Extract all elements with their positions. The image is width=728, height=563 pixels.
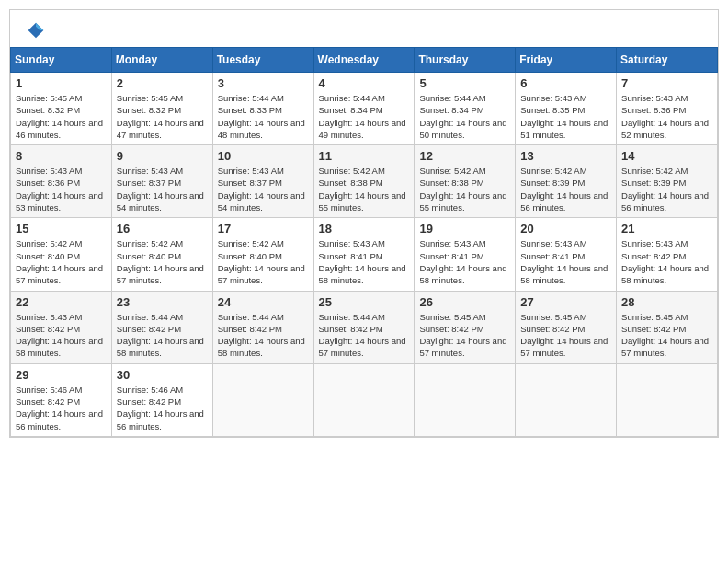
day-number: 20 (520, 222, 611, 236)
logo-icon (27, 21, 45, 40)
day-info: Sunrise: 5:43 AMSunset: 8:42 PMDaylight:… (621, 237, 712, 286)
day-info: Sunrise: 5:46 AMSunset: 8:42 PMDaylight:… (16, 384, 107, 432)
day-info: Sunrise: 5:42 AMSunset: 8:40 PMDaylight:… (16, 237, 107, 286)
week-row-2: 8Sunrise: 5:43 AMSunset: 8:36 PMDaylight… (11, 145, 718, 218)
calendar-table: SundayMondayTuesdayWednesdayThursdayFrid… (10, 47, 718, 437)
calendar-cell (415, 363, 516, 436)
day-info: Sunrise: 5:43 AMSunset: 8:37 PMDaylight:… (117, 165, 208, 213)
logo (25, 21, 45, 40)
day-number: 8 (16, 149, 107, 163)
day-number: 14 (621, 149, 712, 163)
day-info: Sunrise: 5:42 AMSunset: 8:38 PMDaylight:… (419, 165, 510, 213)
calendar-cell: 7Sunrise: 5:43 AMSunset: 8:36 PMDaylight… (617, 73, 718, 145)
day-info: Sunrise: 5:44 AMSunset: 8:34 PMDaylight:… (419, 92, 510, 141)
day-info: Sunrise: 5:43 AMSunset: 8:36 PMDaylight:… (621, 92, 712, 141)
calendar-cell: 22Sunrise: 5:43 AMSunset: 8:42 PMDayligh… (11, 291, 112, 363)
day-number: 16 (117, 222, 208, 236)
day-info: Sunrise: 5:45 AMSunset: 8:42 PMDaylight:… (621, 311, 712, 360)
col-header-monday: Monday (111, 48, 212, 73)
day-number: 13 (520, 149, 611, 163)
calendar-cell: 17Sunrise: 5:42 AMSunset: 8:40 PMDayligh… (212, 218, 313, 291)
day-info: Sunrise: 5:44 AMSunset: 8:42 PMDaylight:… (319, 311, 410, 360)
day-number: 27 (520, 295, 611, 309)
day-info: Sunrise: 5:46 AMSunset: 8:42 PMDaylight:… (117, 384, 208, 432)
calendar-cell: 13Sunrise: 5:42 AMSunset: 8:39 PMDayligh… (516, 145, 617, 218)
day-number: 5 (419, 76, 510, 90)
day-info: Sunrise: 5:43 AMSunset: 8:41 PMDaylight:… (520, 237, 611, 286)
col-header-friday: Friday (516, 48, 617, 73)
day-number: 7 (621, 76, 712, 90)
col-header-sunday: Sunday (11, 48, 112, 73)
week-row-1: 1Sunrise: 5:45 AMSunset: 8:32 PMDaylight… (11, 73, 718, 145)
day-info: Sunrise: 5:42 AMSunset: 8:39 PMDaylight:… (520, 165, 611, 213)
calendar-cell: 29Sunrise: 5:46 AMSunset: 8:42 PMDayligh… (11, 363, 112, 436)
calendar-cell: 4Sunrise: 5:44 AMSunset: 8:34 PMDaylight… (313, 73, 415, 145)
day-info: Sunrise: 5:43 AMSunset: 8:35 PMDaylight:… (520, 92, 611, 141)
day-number: 23 (117, 295, 208, 309)
day-info: Sunrise: 5:44 AMSunset: 8:34 PMDaylight:… (319, 92, 410, 141)
day-number: 11 (319, 149, 410, 163)
calendar-cell: 14Sunrise: 5:42 AMSunset: 8:39 PMDayligh… (617, 145, 718, 218)
week-row-4: 22Sunrise: 5:43 AMSunset: 8:42 PMDayligh… (11, 291, 718, 363)
calendar-cell: 2Sunrise: 5:45 AMSunset: 8:32 PMDaylight… (111, 73, 212, 145)
day-info: Sunrise: 5:43 AMSunset: 8:36 PMDaylight:… (16, 165, 107, 213)
calendar-cell: 21Sunrise: 5:43 AMSunset: 8:42 PMDayligh… (617, 218, 718, 291)
header (10, 10, 718, 47)
day-info: Sunrise: 5:45 AMSunset: 8:32 PMDaylight:… (16, 92, 107, 141)
calendar-cell: 20Sunrise: 5:43 AMSunset: 8:41 PMDayligh… (516, 218, 617, 291)
calendar-cell: 19Sunrise: 5:43 AMSunset: 8:41 PMDayligh… (415, 218, 516, 291)
calendar-cell: 1Sunrise: 5:45 AMSunset: 8:32 PMDaylight… (11, 73, 112, 145)
calendar-cell: 27Sunrise: 5:45 AMSunset: 8:42 PMDayligh… (516, 291, 617, 363)
day-number: 2 (117, 76, 208, 90)
calendar-cell: 16Sunrise: 5:42 AMSunset: 8:40 PMDayligh… (111, 218, 212, 291)
calendar-cell: 26Sunrise: 5:45 AMSunset: 8:42 PMDayligh… (415, 291, 516, 363)
day-info: Sunrise: 5:45 AMSunset: 8:32 PMDaylight:… (117, 92, 208, 141)
calendar-cell: 11Sunrise: 5:42 AMSunset: 8:38 PMDayligh… (313, 145, 415, 218)
col-header-tuesday: Tuesday (212, 48, 313, 73)
day-number: 28 (621, 295, 712, 309)
day-info: Sunrise: 5:43 AMSunset: 8:37 PMDaylight:… (218, 165, 309, 213)
day-info: Sunrise: 5:44 AMSunset: 8:33 PMDaylight:… (218, 92, 309, 141)
calendar-cell (516, 363, 617, 436)
calendar-cell: 5Sunrise: 5:44 AMSunset: 8:34 PMDaylight… (415, 73, 516, 145)
day-number: 17 (218, 222, 309, 236)
calendar-cell: 23Sunrise: 5:44 AMSunset: 8:42 PMDayligh… (111, 291, 212, 363)
day-info: Sunrise: 5:45 AMSunset: 8:42 PMDaylight:… (520, 311, 611, 360)
day-number: 6 (520, 76, 611, 90)
calendar-cell: 25Sunrise: 5:44 AMSunset: 8:42 PMDayligh… (313, 291, 415, 363)
day-info: Sunrise: 5:44 AMSunset: 8:42 PMDaylight:… (218, 311, 309, 360)
day-info: Sunrise: 5:42 AMSunset: 8:40 PMDaylight:… (117, 237, 208, 286)
day-number: 19 (419, 222, 510, 236)
calendar-cell: 24Sunrise: 5:44 AMSunset: 8:42 PMDayligh… (212, 291, 313, 363)
day-info: Sunrise: 5:43 AMSunset: 8:41 PMDaylight:… (419, 237, 510, 286)
day-number: 9 (117, 149, 208, 163)
calendar-cell: 28Sunrise: 5:45 AMSunset: 8:42 PMDayligh… (617, 291, 718, 363)
week-row-3: 15Sunrise: 5:42 AMSunset: 8:40 PMDayligh… (11, 218, 718, 291)
day-number: 4 (319, 76, 410, 90)
day-number: 3 (218, 76, 309, 90)
day-number: 18 (319, 222, 410, 236)
day-info: Sunrise: 5:42 AMSunset: 8:39 PMDaylight:… (621, 165, 712, 213)
day-number: 15 (16, 222, 107, 236)
calendar-cell: 9Sunrise: 5:43 AMSunset: 8:37 PMDaylight… (111, 145, 212, 218)
calendar-cell (313, 363, 415, 436)
col-header-thursday: Thursday (415, 48, 516, 73)
calendar-cell (617, 363, 718, 436)
calendar-cell: 30Sunrise: 5:46 AMSunset: 8:42 PMDayligh… (111, 363, 212, 436)
day-number: 1 (16, 76, 107, 90)
day-number: 22 (16, 295, 107, 309)
day-number: 10 (218, 149, 309, 163)
calendar-cell: 6Sunrise: 5:43 AMSunset: 8:35 PMDaylight… (516, 73, 617, 145)
day-number: 29 (16, 368, 107, 382)
day-info: Sunrise: 5:43 AMSunset: 8:42 PMDaylight:… (16, 311, 107, 360)
calendar-cell (212, 363, 313, 436)
day-info: Sunrise: 5:42 AMSunset: 8:38 PMDaylight:… (319, 165, 410, 213)
day-info: Sunrise: 5:44 AMSunset: 8:42 PMDaylight:… (117, 311, 208, 360)
day-number: 12 (419, 149, 510, 163)
calendar-cell: 8Sunrise: 5:43 AMSunset: 8:36 PMDaylight… (11, 145, 112, 218)
calendar-cell: 3Sunrise: 5:44 AMSunset: 8:33 PMDaylight… (212, 73, 313, 145)
day-number: 21 (621, 222, 712, 236)
day-number: 30 (117, 368, 208, 382)
col-header-saturday: Saturday (617, 48, 718, 73)
day-number: 24 (218, 295, 309, 309)
